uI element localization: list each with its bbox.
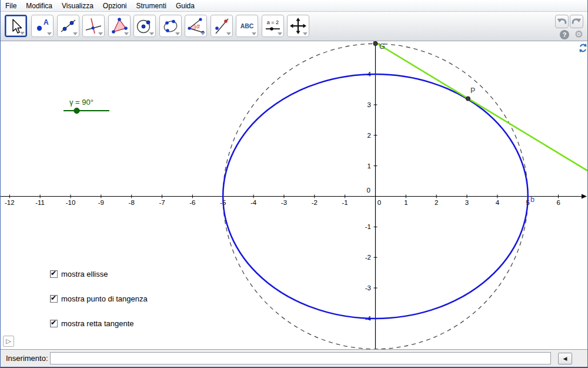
chevron-down-icon[interactable] [175,32,180,35]
chevron-down-icon[interactable] [149,32,154,35]
y-axis-tick-label: 3 [368,101,371,108]
x-axis-tick-label: 3 [465,199,469,206]
x-axis-tick-label: -1 [342,199,348,206]
slider-gamma[interactable]: γ = 90° [64,98,109,114]
svg-text:ABC: ABC [240,22,254,29]
tool-move-graphics-view[interactable] [287,15,309,37]
y-axis-tick-label: -2 [365,254,371,261]
x-axis-tick-label: -11 [35,199,45,206]
x-axis-tick-label: -9 [98,199,104,206]
tool-line[interactable] [57,15,79,37]
check-icon: ✔ [51,269,56,277]
checkbox-label: mostra punto di tangenza [61,294,148,303]
x-axis-tick-label: -6 [189,199,195,206]
tool-move[interactable] [5,15,27,37]
menu-item-opzioni[interactable]: Opzioni [98,1,132,11]
chevron-down-icon[interactable] [252,32,256,35]
point-P[interactable] [466,97,470,101]
x-axis-tick-label: -10 [66,199,76,206]
redo-button[interactable] [570,15,583,28]
geogebra-window: FileModificaVisualizzaOpzioniStrumentiGu… [0,0,588,368]
input-bar-label: Inserimento: [6,350,48,367]
y-axis-tick-label: -3 [365,284,371,291]
tool-polygon[interactable] [108,15,131,37]
origin-label: 0 [367,187,370,194]
slider-label: γ = 90° [69,98,93,107]
menu-item-file[interactable]: File [1,1,21,11]
check-icon: ✔ [51,294,56,302]
svg-text:A: A [44,18,49,26]
chevron-down-icon[interactable] [303,32,308,35]
chevron-down-icon[interactable] [20,32,25,35]
redo-icon [570,15,583,28]
svg-text:a = 2: a = 2 [267,19,279,25]
chevron-down-icon[interactable] [201,32,205,35]
x-axis-tick-label: 6 [556,199,560,206]
menu-item-guida[interactable]: Guida [171,1,199,11]
tool-reflect[interactable] [211,15,233,37]
chevron-down-icon[interactable] [47,32,52,35]
x-axis-tick-label: 1 [404,199,407,206]
chevron-down-icon[interactable] [226,32,231,35]
checkbox-label: mostra ellisse [61,270,108,279]
ellipse-label: b [530,195,534,204]
chevron-down-icon[interactable] [98,32,103,35]
gear-icon[interactable]: ⚙ [574,28,583,40]
graphics-view[interactable]: -12-11-10-9-8-7-6-5-4-3-2-1123456-4-3-2-… [1,41,587,349]
y-axis-tick-label: 1 [368,163,371,170]
point-G-label: G [379,42,385,51]
point-G[interactable] [373,41,377,45]
undo-button[interactable] [555,15,569,28]
checkbox-box[interactable]: ✔ [50,320,58,327]
checkbox-mostra-ellisse[interactable]: ✔mostra ellisse [50,269,108,279]
undo-icon [556,15,568,28]
chevron-down-icon[interactable] [278,32,282,35]
x-axis-tick-label: -7 [159,199,165,206]
point-P-label: P [470,87,475,95]
x-axis-tick-label: -4 [250,199,257,206]
checkbox-label: mostra retta tangente [61,319,134,328]
menu-bar: FileModificaVisualizzaOpzioniStrumentiGu… [1,0,587,12]
x-axis-tick-label: 4 [496,199,500,206]
menu-item-visualizza[interactable]: Visualizza [57,1,98,11]
refresh-icon[interactable] [578,43,588,53]
menu-item-strumenti[interactable]: Strumenti [132,1,171,11]
checkbox-box[interactable]: ✔ [50,295,58,303]
algebra-input[interactable] [50,352,551,364]
input-bar: Inserimento: ◀ [1,349,587,367]
play-button[interactable]: ▷ [3,336,14,347]
input-help-button[interactable]: ◀ [558,353,572,364]
tool-circle-center-point[interactable] [133,15,156,37]
menu-item-modifica[interactable]: Modifica [21,1,57,11]
checkbox-mostra-punto-di-tangenza[interactable]: ✔mostra punto di tangenza [50,294,148,303]
toolbar: A [1,12,587,41]
checkbox-mostra-retta-tangente[interactable]: ✔mostra retta tangente [50,319,134,328]
x-axis-tick-label: -12 [5,199,15,206]
check-icon: ✔ [51,319,56,327]
tool-perpendicular-line[interactable] [82,15,105,37]
tangent-line[interactable] [373,41,587,171]
svg-text:α: α [196,23,200,29]
origin-label: 0 [377,199,381,206]
x-axis-tick-label: -2 [312,199,318,206]
tool-slider[interactable]: a = 2 [262,15,284,37]
tool-conic[interactable] [159,15,182,37]
chevron-down-icon[interactable] [73,32,78,35]
checkbox-box[interactable]: ✔ [50,270,58,278]
x-axis-tick-label: -3 [281,199,287,206]
slider-knob[interactable] [74,108,79,113]
x-axis-tick-label: -8 [129,199,135,206]
help-icon[interactable]: ? [560,30,569,39]
chevron-down-icon[interactable] [124,32,129,35]
tool-point[interactable]: A [31,15,54,37]
y-axis-tick-label: -1 [365,223,371,230]
tool-text[interactable]: ABC [236,15,258,37]
tool-angle[interactable]: α [185,15,207,37]
x-axis-tick-label: 2 [435,199,438,206]
y-axis-tick-label: 2 [368,132,371,139]
